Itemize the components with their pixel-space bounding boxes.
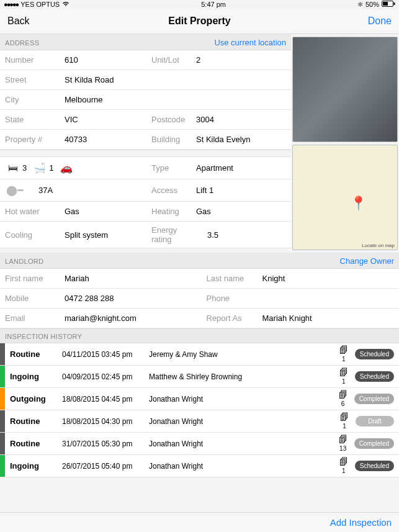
bath-icon: 🛁 [33,162,47,174]
street-label: Street [0,70,60,89]
inspection-row[interactable]: Ingoing04/09/2015 02:45 pmMatthew & Shir… [0,366,399,388]
status-badge: Scheduled [355,461,394,471]
inspection-count: 🗐1 [333,346,355,362]
inspection-type: Ingoing [5,372,62,381]
inspection-type: Routine [5,439,62,448]
signal-dots-icon: ●●●●● [4,1,18,8]
change-owner-button[interactable]: Change Owner [340,256,394,266]
phone-field[interactable] [258,289,400,308]
propnum-field[interactable]: 40733 [60,130,146,149]
inspection-row[interactable]: Routine18/08/2015 04:30 pmJonathan Wrigh… [0,410,399,433]
number-field[interactable]: 610 [60,50,146,70]
status-badge: Completed [354,394,394,404]
email-field[interactable]: mariah@knight.com [60,309,202,328]
email-label: Email [0,309,60,328]
inspection-count: 🗐1 [333,368,355,384]
inspection-date: 18/08/2015 04:30 pm [62,417,149,426]
bluetooth-icon: ✱ [357,1,363,9]
phone-label: Phone [202,289,258,308]
postcode-field[interactable]: 3004 [191,110,219,129]
use-location-button[interactable]: Use current location [214,38,286,47]
mobile-label: Mobile [0,289,60,308]
inspection-type: Routine [5,417,62,426]
clock: 5:47 pm [201,1,226,8]
inspection-row[interactable]: Outgoing18/08/2015 04:45 pmJonathan Wrig… [0,388,399,410]
inspection-count: 🗐1 [333,413,356,429]
status-stripe [0,433,5,454]
energy-field[interactable]: 3.5 [202,222,223,248]
map-pin-icon: 📍 [350,196,367,212]
firstname-label: First name [0,269,60,288]
battery-label: 50% [365,1,379,8]
mobile-field[interactable]: 0472 288 288 [60,289,202,308]
document-icon: 🗐 [339,390,347,400]
lastname-field[interactable]: Knight [258,269,400,288]
history-section-label: INSPECTION HISTORY [5,333,82,340]
add-inspection-button[interactable]: Add Inspection [330,517,392,528]
street-field[interactable]: St Kilda Road [60,70,119,89]
property-map[interactable]: 📍 Locate on map [292,145,398,250]
bath-count[interactable]: 1 [49,163,53,173]
access-field[interactable]: Lift 1 [191,182,218,199]
svg-rect-2 [393,2,395,5]
document-icon: 🗐 [339,458,348,467]
bed-icon: 🛏 [6,163,20,174]
inspection-count: 🗐6 [332,390,354,407]
type-label: Type [146,160,191,176]
heating-field[interactable]: Gas [191,202,216,221]
city-label: City [0,90,60,109]
locate-on-map-link[interactable]: Locate on map [362,243,395,248]
hotwater-field[interactable]: Gas [60,202,146,221]
access-label: Access [146,182,191,199]
inspection-row[interactable]: Routine31/07/2015 05:30 pmJonathan Wrigh… [0,433,399,455]
cooling-label: Cooling [0,222,60,248]
propnum-label: Property # [0,130,60,149]
done-button[interactable]: Done [368,16,392,27]
city-field[interactable]: Melbourne [60,90,107,109]
key-value[interactable]: 37A [38,186,53,195]
cooling-field[interactable]: Split system [60,222,146,248]
heating-label: Heating [146,202,191,221]
footer-bar: Add Inspection [0,512,399,532]
landlord-section-label: LANDLORD [5,258,43,265]
address-section-header: ADDRESS Use current location [0,34,291,50]
status-bar: ●●●●● YES OPTUS 5:47 pm ✱ 50% [0,0,399,9]
carrier-label: YES OPTUS [20,1,60,8]
inspection-type: Ingoing [5,461,62,471]
building-label: Building [146,130,191,149]
inspection-date: 31/07/2015 05:30 pm [62,440,149,448]
inspection-date: 04/09/2015 02:45 pm [62,372,149,381]
lastname-label: Last name [202,269,258,288]
document-icon: 🗐 [340,413,349,422]
status-stripe [0,388,5,410]
type-field[interactable]: Apartment [191,160,238,176]
unit-label: Unit/Lot [146,50,191,70]
unit-field[interactable]: 2 [191,50,205,70]
bed-count[interactable]: 3 [22,163,27,173]
car-icon: 🚗 [60,162,73,174]
document-icon: 🗐 [339,435,347,444]
landlord-section-header: LANDLORD Change Owner [0,253,399,269]
document-icon: 🗐 [339,346,348,355]
inspection-name: Jonathan Wright [149,462,333,471]
inspection-row[interactable]: Ingoing26/07/2015 05:40 pmJonathan Wrigh… [0,455,399,477]
history-section-header: INSPECTION HISTORY [0,328,399,343]
back-button[interactable]: Back [7,16,30,27]
status-badge: Completed [354,438,394,449]
building-field[interactable]: St Kilda Evelyn [191,130,255,149]
svg-rect-1 [383,2,388,6]
address-section-label: ADDRESS [5,39,39,47]
inspection-count: 🗐1 [333,458,355,474]
reportas-label: Report As [202,309,258,328]
energy-label: Energy rating [146,222,202,248]
inspection-row[interactable]: Routine04/11/2015 03:45 pmJeremy & Amy S… [0,343,399,366]
property-photo[interactable] [292,37,398,142]
reportas-field[interactable]: Mariah Knight [258,309,400,328]
spacer [0,150,291,157]
state-field[interactable]: VIC [60,110,146,129]
inspection-count: 🗐13 [332,435,354,451]
status-stripe [0,366,5,387]
firstname-field[interactable]: Mariah [60,269,202,288]
status-badge: Draft [356,416,394,426]
battery-icon [382,1,395,8]
